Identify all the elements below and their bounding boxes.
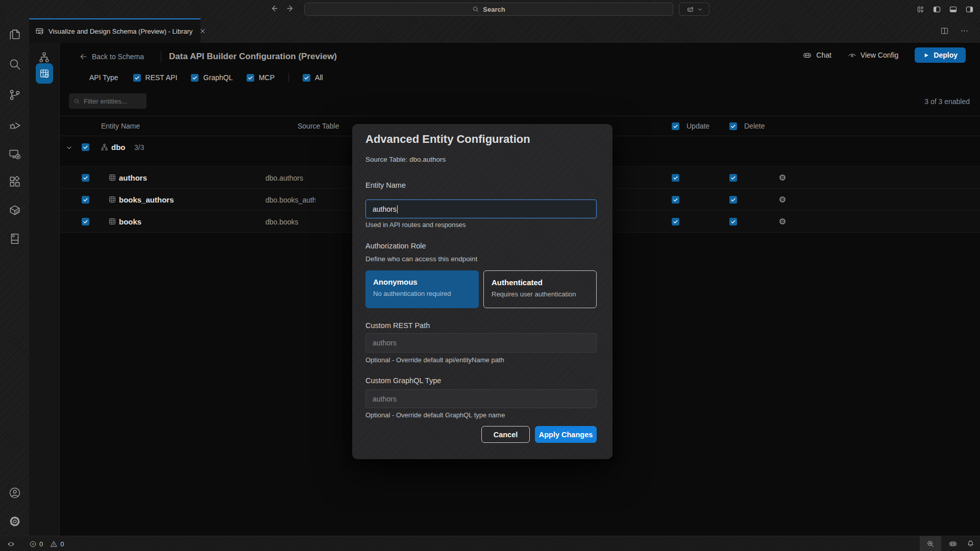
custom-graphql-type-helper: Optional - Override default GraphQL type… [365, 411, 505, 419]
view-config-button[interactable]: View Config [848, 51, 898, 60]
update-all-checkbox[interactable] [672, 122, 679, 130]
source-table-cell: dbo.books_authors [265, 196, 315, 204]
run-and-debug-icon[interactable] [8, 119, 21, 132]
errors-indicator[interactable]: 0 [29, 540, 43, 548]
entity-name-input[interactable]: authors [365, 199, 597, 218]
delete-all-checkbox[interactable] [729, 122, 737, 130]
split-editor-icon[interactable] [940, 27, 949, 35]
schema-count: 3/3 [134, 143, 144, 152]
toggle-panel-icon[interactable] [949, 5, 958, 14]
col-entity-name: Entity Name [101, 122, 140, 130]
row-checkbox[interactable] [82, 218, 89, 226]
custom-graphql-type-label: Custom GraphQL Type [365, 377, 441, 385]
rest-api-checkbox[interactable] [133, 74, 141, 82]
tab-bar: Visualize and Design Schema (Preview) - … [29, 18, 980, 43]
dbo-checkbox[interactable] [82, 143, 89, 151]
remote-indicator[interactable] [7, 540, 15, 548]
source-control-icon[interactable] [8, 88, 21, 102]
row-settings-gear-icon[interactable] [778, 217, 787, 226]
page-title: Data API Builder Configuration (Preview) [169, 52, 337, 62]
source-table-cell: dbo.books [265, 218, 315, 226]
authorization-role-label: Authorization Role [365, 242, 426, 250]
row-settings-gear-icon[interactable] [778, 173, 787, 182]
warning-count: 0 [60, 540, 64, 548]
copilot-status-icon[interactable] [948, 539, 958, 548]
authorization-role-helper: Define who can access this endpoint [365, 255, 477, 263]
dab-config-page: Back to Schema Data API Builder Configur… [60, 43, 980, 536]
database-project-icon[interactable] [8, 232, 21, 245]
toggle-secondary-sidebar-icon[interactable] [965, 5, 974, 14]
modal-title: Advanced Entity Configuration [365, 133, 530, 146]
custom-graphql-type-input[interactable] [373, 395, 590, 403]
graphql-checkbox-group[interactable]: GraphQL [191, 73, 233, 82]
table-icon [108, 195, 116, 204]
graphql-checkbox[interactable] [191, 74, 199, 82]
search-placeholder: Search [483, 6, 505, 13]
custom-rest-path-input[interactable] [373, 339, 590, 347]
tab-visualize-design-schema[interactable]: Visualize and Design Schema (Preview) - … [29, 18, 201, 43]
custom-rest-path-field[interactable] [365, 333, 597, 353]
api-type-filter-row: API Type REST API GraphQL MCP All [89, 72, 323, 83]
auth-option-anonymous[interactable]: Anonymous No authentication required [365, 270, 479, 308]
delete-checkbox[interactable] [729, 174, 737, 182]
package-icon[interactable] [8, 204, 21, 217]
table-icon [108, 217, 116, 226]
remote-explorer-icon[interactable] [8, 147, 21, 161]
warnings-indicator[interactable]: 0 [50, 540, 64, 548]
rest-api-checkbox-group[interactable]: REST API [133, 73, 178, 82]
row-checkbox[interactable] [82, 174, 89, 182]
table-config-tab[interactable] [36, 63, 53, 84]
chevron-down-icon[interactable] [65, 144, 73, 152]
delete-checkbox[interactable] [729, 218, 737, 226]
chat-button[interactable]: Chat [802, 51, 831, 60]
notifications-bell-icon[interactable] [966, 539, 975, 548]
extensions-icon[interactable] [8, 175, 21, 188]
deploy-button[interactable]: Deploy [915, 47, 966, 63]
tab-title: Visualize and Design Schema (Preview) - … [48, 28, 192, 35]
update-checkbox[interactable] [672, 174, 679, 182]
filter-entities-box[interactable] [69, 93, 146, 109]
custom-graphql-type-field[interactable] [365, 389, 597, 408]
entity-name-label: Entity Name [365, 181, 406, 189]
more-actions-icon[interactable] [960, 27, 969, 35]
mcp-checkbox[interactable] [247, 74, 254, 82]
tab-close-icon[interactable] [199, 28, 206, 35]
schema-icon [100, 143, 109, 152]
toggle-primary-sidebar-icon[interactable] [933, 5, 941, 14]
nav-back-icon[interactable] [270, 4, 278, 13]
delete-checkbox[interactable] [729, 196, 737, 204]
explorer-icon[interactable] [8, 28, 21, 41]
schema-designer-tab-icon [35, 27, 44, 36]
search-icon [472, 6, 479, 13]
search-sidebar-icon[interactable] [8, 58, 21, 71]
enabled-status: 3 of 3 enabled [924, 97, 970, 106]
play-icon [923, 52, 929, 59]
filter-entities-input[interactable] [84, 97, 140, 105]
col-delete: Delete [744, 122, 765, 130]
row-settings-gear-icon[interactable] [778, 195, 787, 204]
back-to-schema-link[interactable]: Back to Schema [79, 53, 144, 61]
designer-rail [29, 43, 60, 536]
row-checkbox[interactable] [82, 196, 89, 204]
custom-rest-path-helper: Optional - Override default api/entityNa… [365, 356, 504, 364]
all-checkbox[interactable] [303, 74, 310, 82]
header-divider [161, 51, 161, 63]
mcp-checkbox-group[interactable]: MCP [247, 73, 275, 82]
update-checkbox[interactable] [672, 218, 679, 226]
error-count: 0 [39, 540, 43, 548]
search-input[interactable]: Search [304, 3, 673, 16]
copilot-dropdown[interactable] [679, 3, 709, 16]
update-checkbox[interactable] [672, 196, 679, 204]
apply-changes-button[interactable]: Apply Changes [535, 426, 597, 443]
activity-bar [0, 18, 29, 536]
auth-option-authenticated[interactable]: Authenticated Requires user authenticati… [483, 270, 597, 308]
all-checkbox-group[interactable]: All [303, 73, 323, 82]
zoom-indicator[interactable] [920, 536, 941, 551]
titlebar: Search [0, 0, 980, 18]
nav-forward-icon[interactable] [286, 4, 295, 13]
settings-gear-icon[interactable] [8, 515, 21, 528]
account-icon[interactable] [8, 486, 21, 499]
cancel-button[interactable]: Cancel [481, 426, 530, 443]
customize-layout-icon[interactable] [916, 5, 925, 14]
schema-designer-icon[interactable] [38, 51, 51, 64]
